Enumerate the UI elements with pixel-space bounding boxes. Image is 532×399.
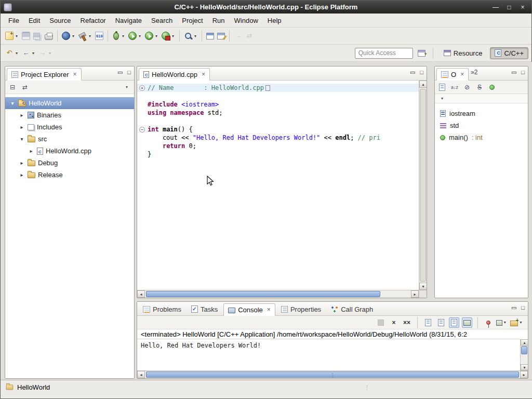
tree-item-release[interactable]: ▸ Release	[5, 169, 134, 181]
dropdown-arrow-icon[interactable]: ▾	[15, 34, 19, 38]
last-edit-location-button[interactable]: ↶ ▾	[4, 48, 20, 58]
scroll-up-button[interactable]: ▴	[521, 339, 528, 345]
collapse-arrow-icon[interactable]: ▾	[9, 100, 16, 106]
new-cpp-project-button[interactable]: ▾	[60, 31, 77, 41]
maximize-view-button[interactable]: □	[521, 69, 525, 76]
open-console-button[interactable]: +▾	[509, 317, 524, 328]
build-all-button[interactable]: ▾	[77, 31, 94, 41]
close-tab-icon[interactable]: ×	[460, 71, 464, 78]
tree-item-helloworld-cpp[interactable]: ▸ C HelloWorld.cpp	[5, 145, 134, 157]
binary-artifact-button[interactable]: 010	[94, 31, 105, 41]
code-editor[interactable]: + // Name : HelloWorld.cpp #include <ios…	[137, 81, 419, 290]
scroll-down-button[interactable]: ▾	[419, 283, 427, 290]
clear-console-button[interactable]	[423, 317, 433, 328]
dropdown-arrow-icon[interactable]: ▾	[15, 51, 19, 56]
editor-vertical-scrollbar[interactable]: ▴ ▾	[419, 81, 427, 290]
dropdown-arrow-icon[interactable]: ▾	[171, 34, 175, 38]
dropdown-arrow-icon[interactable]: ▾	[193, 34, 197, 38]
maximize-window-button[interactable]: □	[503, 3, 515, 12]
outline-item-iostream[interactable]: iostream	[435, 108, 528, 119]
dropdown-arrow-icon[interactable]: ▾	[138, 34, 142, 38]
open-view-table-button[interactable]	[205, 31, 216, 41]
scroll-thumb[interactable]	[521, 346, 527, 354]
expand-arrow-icon[interactable]: ▸	[28, 148, 34, 154]
folded-region-box[interactable]	[265, 85, 270, 91]
properties-tab[interactable]: Properties	[277, 303, 325, 315]
scroll-right-button[interactable]: ▸	[520, 371, 528, 378]
fold-collapsed-icon[interactable]: +	[139, 85, 145, 91]
minimize-window-button[interactable]: —	[490, 3, 501, 12]
dropdown-arrow-icon[interactable]: ▾	[121, 34, 125, 38]
scroll-thumb[interactable]	[420, 89, 426, 282]
menu-edit[interactable]: Edit	[24, 15, 45, 26]
hide-non-public-button[interactable]	[487, 82, 497, 92]
dropdown-arrow-icon[interactable]: ▾	[154, 34, 158, 38]
menu-run[interactable]: Run	[208, 15, 230, 26]
scroll-lock-button[interactable]	[449, 317, 459, 328]
view-menu-button[interactable]: ▾	[122, 82, 132, 92]
scroll-up-button[interactable]: ▴	[419, 81, 427, 88]
minimize-view-button[interactable]: ▭	[117, 69, 123, 76]
save-all-button[interactable]	[32, 31, 43, 41]
console-vertical-scrollbar[interactable]: ▴ ▾	[520, 339, 528, 370]
close-tab-icon[interactable]: ×	[202, 71, 205, 78]
new-button[interactable]: + ▾	[4, 31, 20, 41]
hide-static-button[interactable]: S	[474, 82, 485, 92]
hide-fields-button[interactable]: ⊘	[462, 82, 472, 92]
expand-arrow-icon[interactable]: ▸	[19, 172, 25, 178]
editor-tab-helloworld-cpp[interactable]: C HelloWorld.cpp ×	[139, 68, 210, 81]
console-tab[interactable]: Console ×	[223, 303, 275, 316]
tree-item-debug[interactable]: ▸ Debug	[5, 157, 134, 169]
tree-item-helloworld-project[interactable]: ▾ C HelloWorld	[5, 97, 134, 109]
activate-on-output-button[interactable]	[462, 317, 472, 328]
run-button[interactable]: ▾	[127, 31, 143, 41]
call-graph-tab[interactable]: Call Graph	[327, 303, 377, 315]
tree-item-src[interactable]: ▾ src	[5, 133, 134, 145]
close-tab-icon[interactable]: ×	[73, 71, 76, 78]
tree-item-includes[interactable]: ▸ Includes	[5, 121, 134, 133]
project-explorer-tab[interactable]: Project Explorer ×	[7, 68, 82, 81]
editor-horizontal-scrollbar[interactable]: ◂ ▸	[137, 290, 419, 298]
back-button[interactable]: ← ▾	[20, 48, 37, 58]
dropdown-arrow-icon[interactable]: ▾	[71, 34, 75, 38]
cpp-perspective-button[interactable]: C C/C++	[490, 47, 528, 59]
outline-tab[interactable]: O ×	[436, 68, 469, 81]
maximize-view-button[interactable]: □	[127, 69, 131, 76]
minimize-view-button[interactable]: ▭	[511, 69, 516, 76]
expand-arrow-icon[interactable]: ▸	[19, 112, 25, 118]
menu-file[interactable]: File	[4, 15, 24, 26]
dropdown-arrow-icon[interactable]: ▾	[88, 34, 92, 38]
forward-button[interactable]: → ▾	[37, 48, 54, 58]
link-with-editor-button[interactable]: ⇄	[20, 82, 30, 92]
sort-button[interactable]: a↓z	[449, 82, 460, 92]
maximize-view-button[interactable]: □	[420, 69, 423, 76]
scroll-left-button[interactable]: ◂	[137, 371, 145, 378]
edit-table-button[interactable]	[216, 31, 227, 41]
tasks-tab[interactable]: ✓ Tasks	[187, 303, 222, 315]
profile-button[interactable]: ▾	[143, 31, 160, 41]
quick-access-input[interactable]	[355, 48, 413, 59]
sash-grip-icon[interactable]: ⋮	[364, 384, 370, 391]
scroll-thumb[interactable]: ⋮	[146, 371, 519, 378]
close-window-button[interactable]: ×	[517, 3, 528, 12]
resource-perspective-button[interactable]: Resource	[439, 47, 487, 59]
debug-button[interactable]: ▾	[111, 31, 127, 41]
pin-console-button[interactable]	[483, 317, 494, 328]
print-button[interactable]	[43, 31, 55, 41]
expand-arrow-icon[interactable]: ▸	[19, 160, 25, 166]
hidden-tabs-badge[interactable]: »2	[471, 69, 477, 76]
console-horizontal-scrollbar[interactable]: ◂ ⋮ ▸	[137, 370, 528, 378]
close-tab-icon[interactable]: ×	[267, 306, 271, 313]
menu-window[interactable]: Window	[230, 15, 263, 26]
link-toggle-button[interactable]: ⇄	[244, 31, 255, 41]
menu-refactor[interactable]: Refactor	[76, 15, 111, 26]
focus-element-button[interactable]	[437, 82, 447, 92]
annotation-nav-button[interactable]: →	[232, 31, 244, 41]
external-tools-button[interactable]: ▾	[160, 31, 177, 41]
dropdown-arrow-icon[interactable]: ▾	[31, 51, 35, 56]
fold-expanded-icon[interactable]: −	[139, 127, 145, 132]
remove-launch-button[interactable]: ×	[389, 317, 399, 328]
minimize-view-button[interactable]: ▭	[511, 304, 516, 311]
open-perspective-button[interactable]: +	[416, 48, 427, 58]
menu-navigate[interactable]: Navigate	[111, 15, 147, 26]
